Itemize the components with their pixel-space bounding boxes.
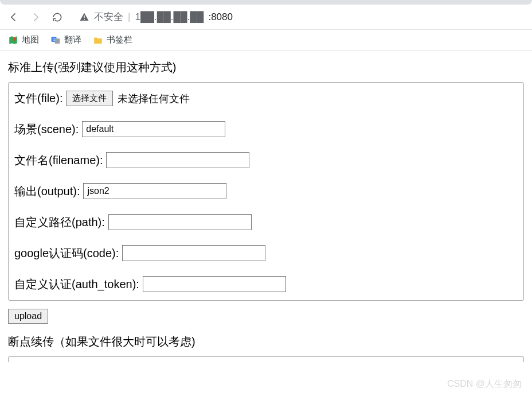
filename-label: 文件名(filename): [14, 153, 103, 168]
back-button[interactable] [7, 10, 21, 24]
resume-form-group [8, 356, 524, 362]
folder-icon [93, 35, 103, 45]
file-row: 文件(file): 选择文件 未选择任何文件 [14, 91, 518, 106]
output-row: 输出(output): [14, 183, 518, 199]
upload-form-group: 文件(file): 选择文件 未选择任何文件 场景(scene): 文件名(fi… [8, 82, 524, 301]
file-label: 文件(file): [14, 91, 62, 106]
tab-strip [0, 0, 532, 5]
path-label: 自定义路径(path): [14, 215, 105, 230]
choose-file-button[interactable]: 选择文件 [66, 91, 113, 106]
bookmark-bar: 地图 G 翻译 书签栏 [0, 30, 532, 51]
upload-button[interactable]: upload [8, 309, 48, 324]
code-label: google认证码(code): [14, 246, 119, 261]
path-row: 自定义路径(path): [14, 214, 518, 230]
scene-input[interactable] [82, 121, 225, 137]
bookmark-label: 书签栏 [107, 34, 132, 45]
filename-input[interactable] [106, 152, 249, 168]
maps-icon [8, 35, 18, 45]
svg-rect-1 [84, 19, 85, 20]
browser-toolbar: 不安全 | 1██.██.██.██:8080 [0, 5, 532, 30]
bookmark-label: 翻译 [64, 34, 81, 45]
svg-rect-0 [84, 15, 85, 18]
auth-label: 自定义认证(auth_token): [14, 277, 139, 292]
bookmark-maps[interactable]: 地图 [8, 34, 39, 45]
section1-title: 标准上传(强列建议使用这种方式) [8, 60, 524, 75]
bookmark-folder[interactable]: 书签栏 [93, 34, 132, 45]
translate-icon: G [50, 35, 61, 45]
forward-button[interactable] [29, 10, 42, 24]
address-bar[interactable]: 不安全 | 1██.██.██.██:8080 [79, 10, 233, 24]
insecure-label: 不安全 [94, 10, 123, 24]
reload-button[interactable] [50, 10, 64, 24]
warning-icon [79, 12, 89, 22]
watermark: CSDN @人生匆匆 [447, 378, 522, 390]
section2: 断点续传（如果文件很大时可以考虑) [8, 334, 524, 362]
page-content: 标准上传(强列建议使用这种方式) 文件(file): 选择文件 未选择任何文件 … [0, 51, 532, 371]
code-input[interactable] [122, 245, 265, 261]
output-label: 输出(output): [14, 184, 80, 199]
svg-text:G: G [53, 37, 56, 41]
auth-row: 自定义认证(auth_token): [14, 276, 518, 292]
bookmark-translate[interactable]: G 翻译 [50, 34, 81, 45]
output-input[interactable] [83, 183, 226, 199]
code-row: google认证码(code): [14, 245, 518, 261]
svg-rect-3 [55, 38, 60, 44]
address-host: 1██.██.██.██ [135, 11, 204, 23]
auth-input[interactable] [143, 276, 286, 292]
scene-row: 场景(scene): [14, 121, 518, 137]
file-status: 未选择任何文件 [118, 92, 190, 106]
bookmark-label: 地图 [22, 34, 39, 45]
scene-label: 场景(scene): [14, 122, 79, 137]
path-input[interactable] [108, 214, 252, 230]
address-port: :8080 [208, 11, 233, 23]
filename-row: 文件名(filename): [14, 152, 518, 168]
divider: | [128, 11, 130, 23]
section2-title: 断点续传（如果文件很大时可以考虑) [8, 334, 524, 350]
